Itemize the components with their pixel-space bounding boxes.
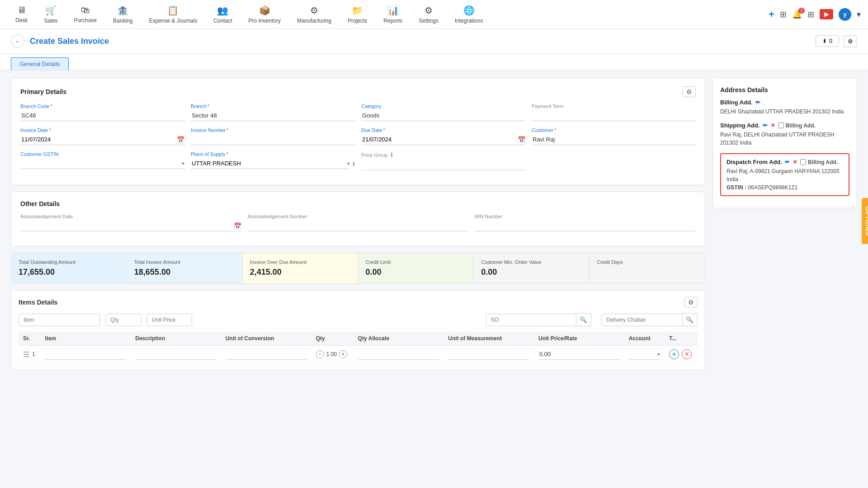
qty-allocate-row-input[interactable] xyxy=(358,349,439,360)
uom-row-input[interactable] xyxy=(448,349,529,360)
col-description: Description xyxy=(131,332,221,346)
add-new-button[interactable]: + xyxy=(769,9,774,20)
options-tab[interactable]: OPTIONS xyxy=(862,198,868,244)
page-settings-button[interactable]: ⚙ xyxy=(844,35,857,47)
unit-price-row-input[interactable] xyxy=(538,349,620,360)
nav-sales[interactable]: 🛒 Sales xyxy=(36,1,66,28)
nav-manufacturing[interactable]: ⚙ Manufacturing xyxy=(289,1,340,28)
cell-sr: ☰ 1 xyxy=(19,346,41,363)
billing-add-edit-icon[interactable]: ✏ xyxy=(755,99,760,106)
nav-settings[interactable]: ⚙ Settings xyxy=(410,1,446,28)
billing-address-block: Billing Add. ✏ DELHI Ghaziabad UTTAR PRA… xyxy=(720,99,849,116)
branch-code-input[interactable] xyxy=(20,110,184,121)
item-row-input[interactable] xyxy=(45,349,127,360)
dispatch-gstin-value: 06ASEPQ9898K1Z1 xyxy=(748,184,797,191)
customer-input[interactable] xyxy=(532,134,696,145)
dc-search-button[interactable]: 🔍 xyxy=(682,313,698,326)
so-input[interactable] xyxy=(486,314,576,326)
apps-button[interactable]: ⊞ xyxy=(807,9,814,19)
user-avatar[interactable]: y xyxy=(839,8,851,21)
unit-conversion-row-input[interactable] xyxy=(226,349,307,360)
nav-purchase[interactable]: 🛍 Purchase xyxy=(66,1,105,27)
col-qty: Qty xyxy=(311,332,354,346)
ack-date-calendar-icon[interactable]: 📅 xyxy=(234,222,241,230)
shipping-billing-checkbox[interactable] xyxy=(778,122,784,128)
irn-label: IRN Number xyxy=(475,214,696,219)
shipping-add-label: Shipping Add. xyxy=(720,122,760,129)
item-search-input[interactable] xyxy=(19,314,100,326)
nav-expense[interactable]: 📋 Expense & Journals xyxy=(141,1,205,28)
add-row-button[interactable]: + xyxy=(669,349,679,359)
nav-pro-inventory[interactable]: 📦 Pro Inventory xyxy=(241,1,289,28)
ack-number-input[interactable] xyxy=(248,221,469,231)
qty-plus-button[interactable]: + xyxy=(339,350,347,358)
cell-unit-price xyxy=(534,346,624,363)
items-table: Sr. Item Description Unit of Conversion … xyxy=(19,332,698,363)
items-details-header: Items Details ⚙ xyxy=(19,297,698,308)
purchase-icon: 🛍 xyxy=(81,5,90,15)
due-date-calendar-icon[interactable]: 📅 xyxy=(518,136,525,143)
cell-unit-conversion xyxy=(221,346,311,363)
account-chevron-icon: ▾ xyxy=(657,351,660,357)
irn-input[interactable] xyxy=(475,221,696,231)
qty-minus-button[interactable]: − xyxy=(316,350,324,358)
invoice-date-calendar-icon[interactable]: 📅 xyxy=(177,136,184,143)
user-dropdown-button[interactable]: ▾ xyxy=(857,9,861,19)
nav-contact[interactable]: 👥 Contact xyxy=(205,1,240,28)
back-button[interactable]: ← xyxy=(11,34,24,48)
dispatch-add-label-row: Dispatch From Add. ✏ ✕ Billing Add. xyxy=(726,159,843,165)
payment-term-input[interactable] xyxy=(532,110,696,121)
nav-reports[interactable]: 📊 Reports xyxy=(375,1,410,28)
notification-button[interactable]: 🔔 0 xyxy=(792,9,802,19)
unit-price-filter-input[interactable] xyxy=(147,314,192,326)
youtube-button[interactable]: ▶ xyxy=(820,9,833,19)
place-of-supply-group: Place of Supply UTTAR PRADESH ▾ ℹ xyxy=(191,151,355,170)
customer-gstin-select[interactable] xyxy=(20,158,182,169)
shipping-add-close-icon[interactable]: ✕ xyxy=(770,122,775,129)
account-select[interactable] xyxy=(629,349,657,359)
ack-date-label: Acknowledgement Date xyxy=(20,214,241,219)
invoice-date-input[interactable] xyxy=(20,134,175,145)
ack-date-input[interactable] xyxy=(20,221,232,231)
invoice-date-label: Invoice Date xyxy=(20,127,184,133)
place-of-supply-wrapper: UTTAR PRADESH ▾ ℹ xyxy=(191,158,355,169)
description-row-input[interactable] xyxy=(135,349,217,360)
price-group-input[interactable] xyxy=(361,160,525,170)
nav-integrations[interactable]: 🌐 Integrations xyxy=(447,1,491,28)
row-end-actions: + × xyxy=(669,349,693,359)
download-count: 0 xyxy=(829,38,832,44)
grid-button[interactable]: ⊞ xyxy=(780,9,787,19)
row-drag-handle[interactable]: ☰ xyxy=(23,350,29,359)
invoice-number-input[interactable] xyxy=(191,134,355,145)
shipping-add-edit-icon[interactable]: ✏ xyxy=(763,122,768,129)
summary-total-invoice: Total Invoice Amount 18,655.00 xyxy=(127,253,243,283)
billing-add-label: Billing Add. xyxy=(720,99,753,106)
dispatch-add-edit-icon[interactable]: ✏ xyxy=(785,159,790,165)
qty-display: − 1.00 + xyxy=(316,350,349,358)
credit-limit-label: Credit Limit xyxy=(365,259,466,265)
reports-icon: 📊 xyxy=(387,5,399,16)
nav-desk[interactable]: 🖥 Desk xyxy=(7,1,36,27)
so-search-button[interactable]: 🔍 xyxy=(576,313,591,326)
branch-input[interactable] xyxy=(191,110,355,121)
nav-banking[interactable]: 🏦 Banking xyxy=(105,1,141,28)
nav-right-actions: + ⊞ 🔔 0 ⊞ ▶ y ▾ xyxy=(769,8,861,21)
delivery-challan-input[interactable] xyxy=(601,314,683,326)
dispatch-billing-checkbox[interactable] xyxy=(800,159,806,165)
qty-filter-input[interactable] xyxy=(105,314,142,326)
category-label: Category xyxy=(361,103,525,109)
delete-row-button[interactable]: × xyxy=(682,349,692,359)
items-settings-button[interactable]: ⚙ xyxy=(684,297,698,308)
primary-details-settings-button[interactable]: ⚙ xyxy=(683,86,696,97)
total-outstanding-label: Total Outstanding Amount xyxy=(19,259,119,265)
price-group-label-row: Price Group ℹ xyxy=(361,151,525,158)
due-date-input[interactable] xyxy=(361,134,516,145)
category-input[interactable] xyxy=(361,110,525,121)
tab-general-details[interactable]: General Details xyxy=(11,57,69,70)
download-button[interactable]: ⬇ 0 xyxy=(816,35,839,47)
col-item: Item xyxy=(41,332,131,346)
nav-projects[interactable]: 📁 Projects xyxy=(340,1,375,28)
place-of-supply-select[interactable]: UTTAR PRADESH xyxy=(191,158,347,169)
dispatch-add-close-icon[interactable]: ✕ xyxy=(793,159,797,165)
branch-code-group: Branch Code xyxy=(20,103,184,121)
